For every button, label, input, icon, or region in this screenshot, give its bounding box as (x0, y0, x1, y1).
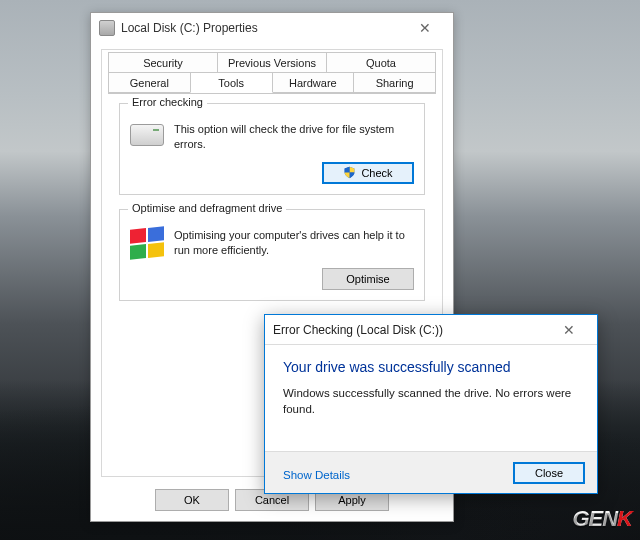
show-details-link[interactable]: Show Details (283, 469, 350, 481)
uac-shield-icon (343, 166, 356, 179)
tab-tools[interactable]: Tools (190, 72, 273, 93)
hard-drive-icon (130, 124, 164, 146)
optimise-button[interactable]: Optimise (322, 268, 414, 290)
watermark-k: K (617, 506, 632, 531)
optimise-desc: Optimising your computer's drives can he… (174, 228, 414, 258)
error-checking-dialog: Error Checking (Local Disk (C:)) ✕ Your … (264, 314, 598, 494)
defragment-icon (130, 226, 164, 260)
dialog-footer: Show Details Close (265, 451, 597, 493)
dialog-title: Error Checking (Local Disk (C:)) (273, 323, 549, 337)
genk-watermark: GENK (572, 506, 632, 532)
dialog-body: Your drive was successfully scanned Wind… (265, 345, 597, 427)
drive-icon (99, 20, 115, 36)
error-checking-group: Error checking This option will check th… (119, 103, 425, 195)
properties-titlebar[interactable]: Local Disk (C:) Properties ✕ (91, 13, 453, 43)
tab-security[interactable]: Security (108, 52, 218, 73)
dialog-titlebar[interactable]: Error Checking (Local Disk (C:)) ✕ (265, 315, 597, 345)
tab-strip: Security Previous Versions Quota General… (102, 50, 442, 94)
dialog-close-icon[interactable]: ✕ (549, 318, 589, 342)
watermark-gen: GEN (572, 506, 617, 531)
dialog-message: Windows successfully scanned the drive. … (283, 385, 579, 417)
ok-button[interactable]: OK (155, 489, 229, 511)
tab-general[interactable]: General (108, 72, 191, 93)
tab-sharing[interactable]: Sharing (353, 72, 436, 93)
optimise-group: Optimise and defragment drive Optimising… (119, 209, 425, 301)
window-title: Local Disk (C:) Properties (121, 21, 405, 35)
close-icon[interactable]: ✕ (405, 16, 445, 40)
tab-quota[interactable]: Quota (326, 52, 436, 73)
dialog-headline: Your drive was successfully scanned (283, 359, 579, 375)
optimise-legend: Optimise and defragment drive (128, 202, 286, 214)
error-checking-legend: Error checking (128, 96, 207, 108)
check-button[interactable]: Check (322, 162, 414, 184)
tab-hardware[interactable]: Hardware (272, 72, 355, 93)
close-button[interactable]: Close (513, 462, 585, 484)
error-checking-desc: This option will check the drive for fil… (174, 122, 414, 152)
check-button-label: Check (361, 167, 392, 179)
tab-previous-versions[interactable]: Previous Versions (217, 52, 327, 73)
optimise-button-label: Optimise (346, 273, 389, 285)
